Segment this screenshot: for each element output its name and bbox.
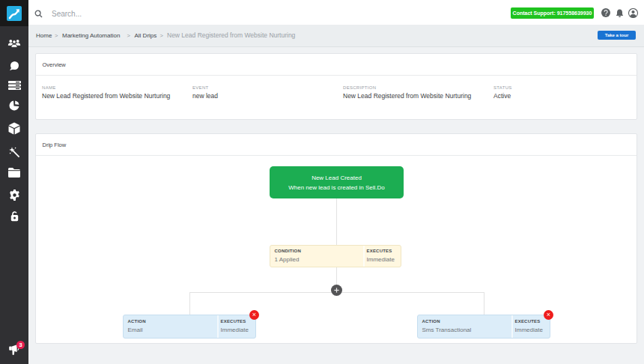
svg-text:3: 3 [19, 342, 22, 348]
